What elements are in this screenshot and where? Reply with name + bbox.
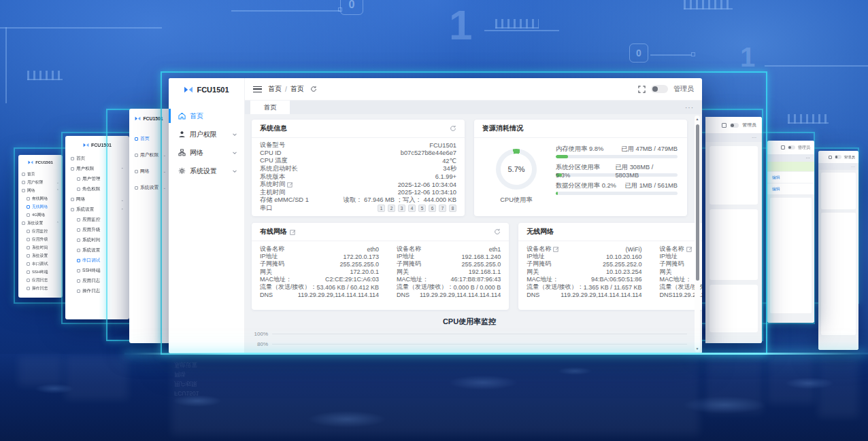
page-content: 系统信息 设备型号FCU1501 CPU IDb07c527b8e44e6e7 … [245,114,702,353]
scrollbar-thumb[interactable] [696,124,699,281]
net-label: DNS [527,292,539,298]
cpu-donut-chart: 5.7% [496,149,537,190]
bg-window-4-right: 管理员 ··· [818,151,858,350]
net-label: 流量（发送/接收）： [527,283,584,292]
circuit-node [691,52,695,56]
chart-title: CPU使用率监控 [252,317,687,329]
net-value: 0.000 B / 0.000 B [454,284,501,291]
bg-window-3-right: 管理员 ··· 编辑 编辑 [767,141,814,323]
net-label: 流量（发送/接收）： [260,283,317,292]
net-value: 172.20.0.173 [344,253,380,260]
eth0-column: 设备名称eth0 IP地址172.20.0.173 子网掩码255.255.25… [260,245,379,298]
wireless-network-card: 无线网络 设备名称(WiFi) IP地址10.10.20.160 子网掩码255… [518,223,702,310]
breadcrumb-separator: / [285,86,287,93]
circuit-line [650,54,691,56]
binary-zero-badge: 0 [340,0,363,15]
chevron-down-icon [232,169,237,174]
net-value: 255.255.255.0 [462,261,501,268]
card-title: 有线网络 [260,227,296,236]
info-label: 设备型号 [260,141,285,149]
bokeh-highlight [293,408,401,431]
sidebar-item-system-settings[interactable]: 系统设置 [169,162,244,180]
brand-logo: FCU1501 [169,78,244,101]
circuit-pins [684,0,733,10]
serial-port-button[interactable]: 8 [449,205,456,212]
sidebar-item-label: 网络 [190,148,203,158]
circuit-pins [495,19,539,29]
tab-home[interactable]: 首页 [250,101,290,114]
tab-bar: 首页 ··· [245,101,702,114]
net-label: 流量（发送/接收）： [397,283,454,292]
serial-port-button[interactable]: 5 [418,205,426,212]
sidebar-item-network[interactable]: 网络 [169,143,244,162]
topbar-right: 管理员 [638,84,694,94]
net-label: DNS [260,292,273,298]
refresh-icon[interactable] [450,125,456,132]
info-value: 读取： 67.946 MB ；写入： 444.000 KB [344,196,456,205]
data-partition-meter: 数据分区使用率 0.2%已用 1MB / 561MB [556,181,678,195]
net-value: 192.168.1.1 [469,268,501,275]
net-value: C2:CE:29:1C:A6:03 [325,276,379,283]
serial-port-button[interactable]: 3 [398,205,405,212]
net-value: 53.406 KB / 60.412 KB [317,284,380,291]
chevron-down-icon [232,150,237,156]
user-icon [178,130,186,138]
main-area: 首页 / 首页 管理员 首页 ··· [245,78,702,353]
bokeh-highlight [27,382,82,395]
edit-icon[interactable] [290,229,296,235]
home-icon [178,112,186,120]
serial-port-button[interactable]: 2 [388,205,395,212]
net-label: DNS [660,292,673,298]
info-value: FCU1501 [429,142,456,149]
sidebar-item-home[interactable]: 首页 [169,107,244,125]
gridline [272,334,687,334]
wifi-column: 设备名称(WiFi) IP地址10.10.20.160 子网掩码255.255.… [527,245,641,298]
admin-label[interactable]: 管理员 [673,84,694,94]
cpu-gauge: 5.7% CPU使用率 [477,145,556,205]
edit-icon[interactable] [553,246,559,252]
sidebar-item-label: 首页 [190,111,203,121]
meter-fill [556,192,558,195]
net-value: eth1 [489,246,501,253]
refresh-icon[interactable] [310,86,317,92]
sidebar: FCU1501 首页 用户权限 网络 [169,78,245,353]
hamburger-menu-icon[interactable] [253,86,262,92]
fullscreen-icon[interactable] [638,86,646,93]
serial-port-button[interactable]: 4 [408,205,416,212]
scroll-up-arrow[interactable]: ▲ [695,116,700,122]
wired-network-card: 有线网络 设备名称eth0 IP地址172.20.0.173 子网掩码255.2… [252,223,509,310]
breadcrumb-current: 首页 [290,84,304,94]
scene: 0 1 0 1 FCU1501 用户权限 网络 系统设置 FCU1501 首页 … [0,0,868,441]
tab-more-menu[interactable]: ··· [677,101,702,114]
refresh-icon[interactable] [494,228,501,235]
resource-card: 资源消耗情况 5.7% CPU使用率 内存使用率 9 [474,120,687,216]
meter-label: 内存使用率 9.8% [556,145,603,154]
scroll-down-arrow[interactable]: ▼ [695,346,700,351]
info-value: 2025-12-06 10:34:10 [398,189,456,196]
net-value: 46:17:B8:87:96:43 [451,276,501,283]
cpu-gauge-label: CPU使用率 [500,196,533,205]
sidebar-item-label: 用户权限 [190,130,217,139]
system-partition-meter: 系统分区使用率 5.3%已用 308MB / 5803MB [556,163,678,177]
edit-icon[interactable] [686,246,692,252]
theme-toggle[interactable] [651,85,668,93]
info-value: 2025-12-06 10:34:04 [398,181,456,188]
net-label: DNS [397,292,410,298]
circuit-line [484,30,559,31]
circuit-line [231,10,340,12]
vertical-scrollbar[interactable]: ▲ ▼ [695,116,700,352]
top-header: 首页 / 首页 管理员 [245,78,702,101]
info-label: CPU ID [260,149,282,156]
y-axis-tick: 80% [252,341,272,347]
edit-icon[interactable] [287,181,293,188]
breadcrumb-home[interactable]: 首页 [268,84,282,94]
info-value: 42℃ [442,157,456,164]
serial-port-button[interactable]: 1 [378,205,385,212]
serial-port-button[interactable]: 6 [429,205,436,212]
system-info-card: 系统信息 设备型号FCU1501 CPU IDb07c527b8e44e6e7 … [252,120,465,216]
circuit-pins [788,114,829,124]
net-value: 255.255.252.0 [603,261,642,268]
net-value: (WiFi) [626,246,642,253]
serial-port-button[interactable]: 7 [439,205,446,212]
sidebar-item-user-permissions[interactable]: 用户权限 [169,125,244,143]
